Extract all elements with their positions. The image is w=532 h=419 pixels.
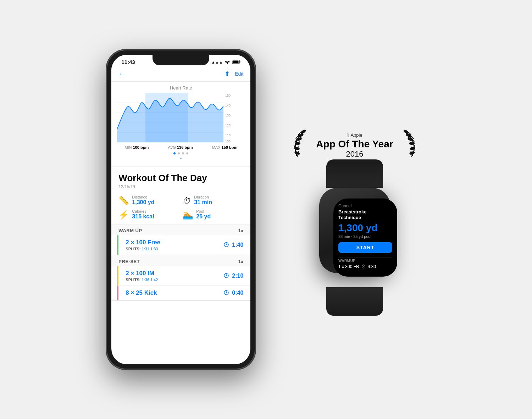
back-button[interactable]: ← [118, 69, 126, 78]
timer-icon-im [223, 272, 229, 279]
award-year: 2016 [316, 149, 393, 159]
warmup-count: 1x [238, 228, 243, 233]
chart-stat-avg: AVG 136 bpm [168, 145, 193, 149]
set-item-right-kick: 0:40 [223, 289, 243, 296]
watch-band-bottom [326, 287, 383, 316]
set-item-left-im: 2 × 100 IM SPLITS: 1:36 1:42 [126, 270, 223, 282]
duration-label: Duration [194, 195, 212, 199]
svg-line-28 [226, 293, 227, 293]
wifi-icon [225, 60, 230, 65]
heart-rate-section: Heart Rate [111, 82, 250, 167]
edit-button[interactable]: Edit [235, 71, 243, 77]
calories-label: Calories [132, 209, 154, 213]
nav-bar: ← ⬆ Edit [111, 67, 250, 82]
dot-1[interactable] [173, 152, 176, 154]
svg-line-24 [226, 276, 227, 276]
timer-icon-free [223, 241, 229, 249]
set-time-kick: 0:40 [232, 290, 243, 296]
svg-text:150: 150 [225, 93, 231, 97]
exercise-name-im: 2 × 100 IM [126, 270, 223, 277]
watch-workout-name: BreaststrokeTechnique [338, 209, 392, 220]
watch-start-button[interactable]: START [338, 242, 392, 253]
preset-label: PRE-SET [118, 259, 140, 264]
watch-section-label: WARMUP [338, 259, 392, 263]
calories-value: 315 kcal [132, 213, 154, 220]
set-item-right-im: 2:10 [223, 272, 243, 279]
svg-rect-2 [240, 61, 240, 62]
nav-actions: ⬆ Edit [225, 70, 243, 78]
signal-icon: ▲▲▲ [211, 60, 223, 64]
award-text:  Apple App Of The Year 2016 [316, 132, 393, 159]
chart-stats: MIN 100 bpm AVG 136 bpm MAX 150 bpm [111, 142, 250, 151]
dot-3[interactable] [182, 152, 184, 154]
watch-screen: Cancel BreaststrokeTechnique 1,300 yd 33… [333, 198, 397, 277]
svg-text:110: 110 [225, 133, 231, 137]
set-splits-im: SPLITS: 1:36 1:42 [126, 278, 223, 282]
chart-stat-min: MIN 100 bpm [124, 145, 149, 149]
stat-calories: ⚡ Calories 315 kcal [118, 209, 179, 220]
pagination-dots [111, 151, 250, 157]
timer-icon-kick [223, 289, 229, 296]
set-time-im: 2:10 [232, 273, 243, 279]
calories-icon: ⚡ [118, 210, 129, 220]
workout-header: Workout Of The Day 12/15/19 [111, 167, 250, 191]
svg-text:130: 130 [225, 113, 231, 117]
svg-text:100: 100 [225, 140, 231, 142]
pool-value: 25 yd [196, 213, 211, 220]
watch-set-row: 1 x 300 FR 4:30 [338, 264, 392, 269]
distance-icon: 📏 [118, 196, 129, 206]
set-item-right-free: 1:40 [223, 241, 243, 249]
stat-pool: 🏊 Pool 25 yd [183, 209, 243, 220]
duration-value: 31 min [194, 199, 212, 206]
apple-logo-line:  Apple [316, 132, 393, 138]
heart-rate-chart: 150 140 130 120 110 100 [117, 93, 245, 142]
watch-set-time: 4:30 [368, 264, 376, 269]
svg-point-0 [227, 63, 228, 64]
watch-cancel-label: Cancel [338, 203, 392, 208]
stat-distance: 📏 Distance 1,300 yd [118, 195, 179, 206]
svg-point-39 [409, 142, 415, 145]
svg-point-35 [294, 151, 300, 156]
dot-2[interactable] [178, 152, 180, 154]
watch-body: Cancel BreaststrokeTechnique 1,300 yd 33… [319, 188, 390, 273]
set-section-preset: PRE-SET 1x 2 × 100 IM SPLITS: 1:36 1:42 [111, 255, 250, 301]
svg-text:140: 140 [225, 103, 231, 107]
iphone-screen: 11:43 ▲▲▲ ← ⬆ Edit Heart Rate [111, 55, 250, 364]
apple-label: Apple [350, 132, 362, 138]
set-header-warmup: WARM UP 1x [111, 224, 250, 235]
iphone-frame: 11:43 ▲▲▲ ← ⬆ Edit Heart Rate [106, 50, 255, 369]
set-item-free: 2 × 100 Free SPLITS: 1:31 1:33 1:40 [117, 235, 250, 255]
svg-rect-3 [233, 60, 239, 63]
laurel-right-icon [399, 128, 419, 163]
award-inner:  Apple App Of The Year 2016 [291, 128, 418, 163]
heart-rate-title: Heart Rate [111, 85, 250, 91]
set-item-left-kick: 8 × 25 Kick [126, 289, 223, 296]
apple-logo-icon:  [347, 132, 349, 138]
pool-label: Pool [196, 209, 211, 213]
svg-point-33 [295, 142, 300, 145]
share-button[interactable]: ⬆ [225, 70, 230, 78]
collapse-button[interactable]: ⌃ [111, 157, 250, 164]
set-item-left: 2 × 100 Free SPLITS: 1:31 1:33 [126, 239, 223, 251]
watch-band-top [326, 159, 383, 188]
stats-grid: 📏 Distance 1,300 yd ⏱ Duration 31 min ⚡ [111, 191, 250, 224]
set-time-free: 1:40 [232, 242, 243, 248]
set-splits-free: SPLITS: 1:31 1:33 [126, 247, 223, 251]
watch-distance: 1,300 yd [338, 222, 392, 234]
watch-divider [338, 257, 392, 257]
watch-meta: 33 min · 25 yd pool [338, 234, 392, 239]
svg-line-44 [364, 267, 364, 267]
laurel-left-icon [291, 128, 310, 163]
distance-label: Distance [132, 195, 154, 199]
battery-icon [232, 60, 240, 65]
set-item-im: 2 × 100 IM SPLITS: 1:36 1:42 2:10 [117, 266, 250, 286]
distance-value: 1,300 yd [132, 199, 154, 206]
watch-content: Cancel BreaststrokeTechnique 1,300 yd 33… [333, 198, 397, 277]
set-header-preset: PRE-SET 1x [111, 255, 250, 266]
preset-count: 1x [238, 259, 243, 264]
right-side:  Apple App Of The Year 2016 [284, 125, 425, 294]
dot-4[interactable] [186, 152, 188, 154]
award-title: App Of The Year [316, 139, 393, 150]
workout-content: Workout Of The Day 12/15/19 📏 Distance 1… [111, 167, 250, 349]
watch-timer-icon [361, 264, 366, 269]
